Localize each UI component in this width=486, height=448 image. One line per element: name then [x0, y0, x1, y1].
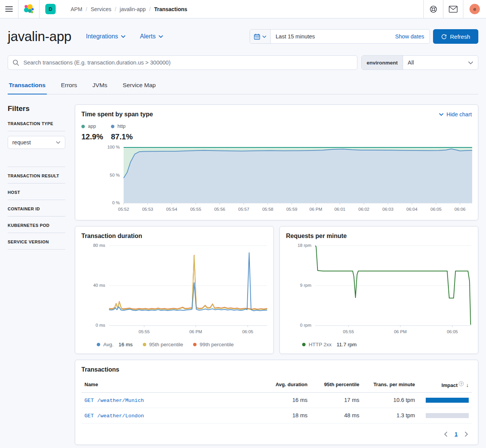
next-page-button[interactable] [463, 430, 469, 438]
time-spent-by-span-type-panel: Time spent by span type Hide chart app h… [75, 104, 478, 220]
column-header-95th-percentile[interactable]: 95th percentile [311, 378, 362, 392]
duration-legend: Avg. 16 ms 95th percentile 99th percenti… [97, 342, 267, 347]
help-button[interactable] [424, 0, 443, 18]
transaction-type-value: request [12, 139, 31, 145]
avg-duration-value: 16 ms [264, 392, 311, 408]
menu-button[interactable] [0, 0, 18, 18]
page-title: javalin-app [8, 28, 71, 45]
http-percentage: 87.1% [111, 132, 141, 141]
tab-transactions[interactable]: Transactions [8, 78, 47, 94]
elastic-logo[interactable] [18, 4, 39, 15]
space-badge[interactable]: D [45, 4, 56, 14]
rpm-legend: HTTP 2xx 11.7 rpm [302, 342, 472, 347]
column-header-avg-duration[interactable]: Avg. duration [264, 378, 311, 392]
search-input[interactable] [23, 59, 352, 66]
trans-per-minute-value: 1.3 tpm [362, 408, 418, 423]
environment-prepend-label: environment [362, 56, 403, 69]
transactions-table-panel: Transactions Name Avg. duration 95th per… [75, 360, 478, 445]
app-legend-label: app [88, 124, 96, 129]
breadcrumb-service-name[interactable]: javalin-app [120, 6, 146, 12]
sort-desc-icon[interactable]: ↓ [466, 382, 469, 388]
date-picker: Last 15 minutes Show dates [250, 29, 430, 44]
app-percentage: 12.9% [81, 132, 111, 141]
notifications-button[interactable] [443, 0, 463, 18]
filter-service-version[interactable]: SERVICE VERSION [8, 240, 65, 244]
chevron-down-icon [439, 113, 444, 116]
duration-panel-title: Transaction duration [81, 233, 267, 240]
breadcrumb-separator: / [149, 6, 151, 12]
show-dates-link[interactable]: Show dates [395, 33, 430, 40]
divider [8, 249, 65, 250]
page-1-button[interactable]: 1 [455, 431, 458, 437]
chevron-down-icon [121, 35, 126, 38]
span-type-chart[interactable]: 100 %50 %0 %05:5205:5305:5405:5505:5605:… [81, 147, 472, 214]
alerts-menu[interactable]: Alerts [140, 33, 163, 40]
column-header-name[interactable]: Name [81, 378, 264, 392]
tab-jvms[interactable]: JVMs [91, 78, 109, 94]
tab-errors[interactable]: Errors [60, 78, 78, 94]
table-row: GET/weather/Munich 16 ms 17 ms 10.6 tpm [81, 392, 472, 408]
filter-container-id[interactable]: CONTAINER ID [8, 207, 65, 211]
chevron-down-icon [56, 141, 61, 144]
chevron-right-icon [465, 431, 468, 437]
requests-per-minute-panel: Requests per minute 18 rpm9 rpm0 rpm05:5… [279, 226, 478, 354]
trans-per-minute-value: 10.6 tpm [362, 392, 418, 408]
rpm-panel-title: Requests per minute [286, 233, 472, 240]
search-box [8, 55, 357, 70]
breadcrumb-separator: / [115, 6, 116, 12]
prev-page-button[interactable] [443, 430, 449, 438]
chevron-down-icon [159, 35, 163, 38]
filter-kubernetes-pod[interactable]: KUBERNETES POD [8, 223, 65, 228]
pagination: 1 [81, 430, 472, 438]
legend-item-avg[interactable]: Avg. 16 ms [97, 342, 133, 347]
http2xx-legend-value: 11.7 rpm [337, 342, 357, 347]
chevron-left-icon [444, 431, 448, 437]
hamburger-icon [5, 6, 13, 12]
avg-legend-label: Avg. [103, 342, 114, 347]
time-range-value[interactable]: Last 15 minutes [271, 33, 315, 40]
quick-select-button[interactable] [250, 30, 271, 43]
p99-legend-dot [193, 343, 197, 346]
transaction-link-london[interactable]: GET/weather/London [84, 413, 144, 419]
column-header-trans-per-minute[interactable]: Trans. per minute [362, 378, 418, 392]
transaction-duration-panel: Transaction duration 80 ms40 ms0 ms05:55… [75, 226, 274, 354]
environment-select[interactable]: environment All [361, 55, 478, 70]
environment-value: All [403, 60, 468, 66]
span-type-panel-title: Time spent by span type [81, 111, 153, 118]
legend-item-http2xx[interactable]: HTTP 2xx 11.7 rpm [302, 342, 357, 347]
integrations-menu[interactable]: Integrations [86, 33, 126, 40]
requests-per-minute-chart[interactable]: 18 rpm9 rpm0 rpm05:5506 PM06:05 [286, 246, 472, 336]
filter-host[interactable]: HOST [8, 190, 65, 195]
transaction-type-select[interactable]: request [8, 136, 65, 149]
p99-legend-label: 99th percentile [200, 342, 234, 347]
filter-transaction-result[interactable]: TRANSACTION RESULT [8, 174, 65, 178]
user-avatar[interactable]: e [469, 4, 480, 14]
impact-help-icon[interactable]: ? [459, 381, 464, 386]
table-row: GET/weather/London 18 ms 48 ms 1.3 tpm [81, 408, 472, 423]
legend-item-99th[interactable]: 99th percentile [193, 342, 234, 347]
breadcrumb-current: Transactions [154, 6, 187, 12]
tab-service-map[interactable]: Service Map [122, 78, 157, 94]
http2xx-legend-dot [302, 343, 306, 346]
refresh-label: Refresh [450, 33, 470, 40]
transaction-link-munich[interactable]: GET/weather/Munich [84, 398, 144, 403]
legend-item-http: http [111, 124, 141, 129]
breadcrumb-apm[interactable]: APM [71, 6, 82, 12]
http2xx-legend-label: HTTP 2xx [309, 342, 332, 347]
avg-legend-dot [97, 343, 100, 346]
column-header-impact[interactable]: Impact?↓ [418, 378, 472, 392]
hide-chart-link[interactable]: Hide chart [439, 111, 472, 117]
span-type-legend: app http [81, 124, 472, 129]
filters-heading: Filters [8, 104, 65, 113]
page-header: javalin-app Integrations Alerts Last 15 … [0, 18, 486, 45]
filter-transaction-type-label[interactable]: TRANSACTION TYPE [8, 121, 65, 126]
95th-percentile-value: 48 ms [311, 408, 362, 423]
p95-legend-dot [143, 343, 146, 346]
transaction-duration-chart[interactable]: 80 ms40 ms0 ms05:5506 PM06:05 [81, 246, 267, 336]
legend-item-95th[interactable]: 95th percentile [143, 342, 183, 347]
refresh-button[interactable]: Refresh [433, 29, 478, 44]
hide-chart-label: Hide chart [446, 111, 472, 117]
tab-bar: Transactions Errors JVMs Service Map [8, 78, 478, 94]
envelope-icon [449, 6, 458, 13]
breadcrumb-services[interactable]: Services [91, 6, 111, 12]
